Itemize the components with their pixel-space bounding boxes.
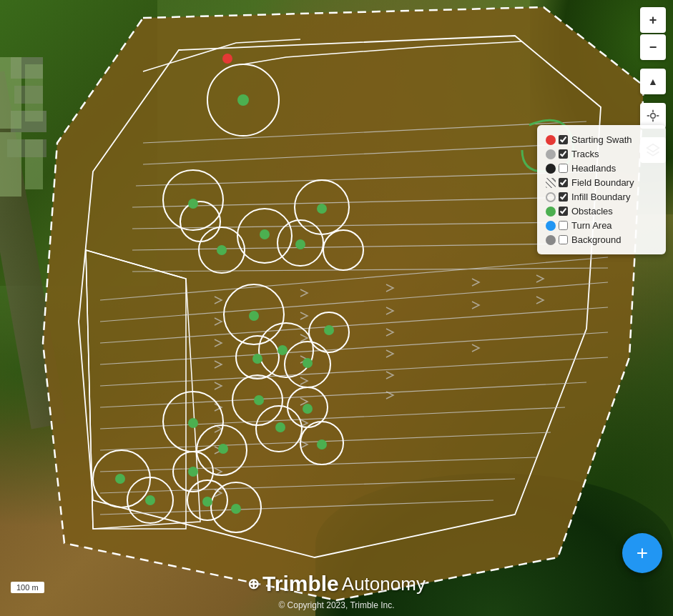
svg-point-65 <box>188 467 198 477</box>
svg-point-56 <box>324 325 334 335</box>
trimble-logo-icon: ⊕ <box>247 575 260 592</box>
copyright-text: © Copyright 2023, Trimble Inc. <box>278 600 394 610</box>
svg-point-64 <box>145 495 155 505</box>
svg-point-46 <box>237 94 249 106</box>
obstacles-checkbox[interactable] <box>559 207 568 216</box>
svg-point-47 <box>188 199 198 209</box>
zoom-in-button[interactable]: + <box>640 7 666 33</box>
svg-rect-75 <box>0 132 21 197</box>
background-color-dot <box>546 235 556 245</box>
headlands-label: Headlands <box>571 163 616 174</box>
map-container: + − ▲ Starting Swath <box>0 0 673 616</box>
fab-add-button[interactable]: + <box>622 533 662 573</box>
legend-item-headlands: Headlands <box>546 163 657 174</box>
svg-point-51 <box>295 239 305 249</box>
infill-boundary-checkbox[interactable] <box>559 192 568 202</box>
svg-rect-76 <box>25 139 43 189</box>
trimble-logo: ⊕ Trimble Autonomy <box>247 572 426 596</box>
svg-point-49 <box>260 229 270 239</box>
svg-point-60 <box>275 422 285 432</box>
infill-boundary-label: Infill Boundary <box>571 192 630 202</box>
svg-point-77 <box>651 114 656 119</box>
svg-marker-0 <box>43 7 644 600</box>
svg-point-48 <box>217 245 227 255</box>
obstacles-color-dot <box>546 207 556 217</box>
svg-point-58 <box>218 444 228 454</box>
background-label: Background <box>571 234 621 245</box>
copyright-label: © Copyright 2023, Trimble Inc. <box>278 600 394 610</box>
trimble-product: Autonomy <box>342 573 426 595</box>
svg-point-57 <box>188 418 198 428</box>
headlands-checkbox[interactable] <box>559 164 568 173</box>
turn-area-label: Turn Area <box>571 220 612 231</box>
svg-rect-73 <box>0 57 21 129</box>
legend-item-turn-area: Turn Area <box>546 220 657 231</box>
legend-item-tracks: Tracks <box>546 149 657 159</box>
legend-item-obstacles: Obstacles <box>546 206 657 217</box>
legend-item-infill-boundary: Infill Boundary <box>546 192 657 202</box>
field-svg <box>0 0 673 616</box>
starting-swath-label: Starting Swath <box>571 134 632 145</box>
legend-panel: Starting Swath Tracks Headlands Field Bo… <box>537 125 666 254</box>
svg-point-61 <box>303 404 313 414</box>
svg-point-54 <box>252 354 262 364</box>
svg-point-55 <box>303 358 313 368</box>
turn-area-checkbox[interactable] <box>559 221 568 230</box>
field-boundary-label: Field Boundary <box>571 177 634 188</box>
scale-bar: 100 m <box>11 582 44 593</box>
zoom-out-button[interactable]: − <box>640 34 666 60</box>
svg-point-62 <box>317 439 327 449</box>
infill-boundary-icon <box>546 192 556 202</box>
legend-item-background: Background <box>546 234 657 245</box>
starting-swath-checkbox[interactable] <box>559 135 568 144</box>
svg-rect-74 <box>25 64 43 121</box>
scale-label: 100 m <box>16 583 39 592</box>
svg-point-59 <box>254 395 264 405</box>
field-boundary-checkbox[interactable] <box>559 178 568 187</box>
field-boundary-icon <box>546 178 556 188</box>
headlands-color-dot <box>546 164 556 174</box>
legend-item-field-boundary: Field Boundary <box>546 177 657 188</box>
legend-item-starting-swath: Starting Swath <box>546 134 657 145</box>
obstacles-label: Obstacles <box>571 206 613 217</box>
svg-point-53 <box>277 345 288 355</box>
turn-area-color-dot <box>546 221 556 231</box>
svg-point-52 <box>249 311 259 321</box>
svg-point-50 <box>317 204 327 214</box>
svg-point-68 <box>222 54 232 64</box>
svg-point-63 <box>115 474 125 484</box>
trimble-brand: Trimble <box>262 572 339 596</box>
background-checkbox[interactable] <box>559 235 568 244</box>
svg-point-66 <box>202 497 212 507</box>
tracks-label: Tracks <box>571 149 599 159</box>
north-arrow-button[interactable]: ▲ <box>640 69 666 94</box>
starting-swath-color-dot <box>546 135 556 145</box>
svg-point-67 <box>231 504 241 514</box>
tracks-checkbox[interactable] <box>559 149 568 159</box>
tracks-color-dot <box>546 149 556 159</box>
